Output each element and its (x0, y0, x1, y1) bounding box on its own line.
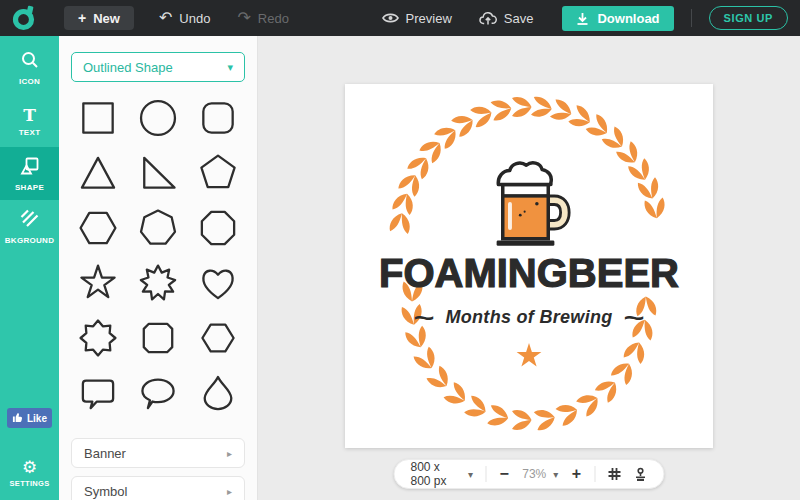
preview-label: Preview (406, 11, 452, 26)
section-banner[interactable]: Banner ▸ (71, 438, 245, 468)
shapes-panel: Outlined Shape ▾ Banner ▸ Symbol ▸ (59, 36, 258, 500)
designevo-logo-icon[interactable] (11, 5, 37, 31)
chevron-right-icon: ▸ (227, 448, 232, 459)
zoom-in-button[interactable]: + (570, 465, 582, 483)
chevron-down-icon: ▾ (553, 469, 558, 480)
settings-label: SETTINGS (10, 479, 50, 488)
toolbar-divider (485, 466, 486, 482)
grid-toggle-icon[interactable] (608, 467, 622, 481)
eye-icon (382, 12, 399, 24)
plus-icon: + (78, 10, 86, 26)
position-guide-icon[interactable] (634, 467, 648, 481)
signup-label: SIGN UP (724, 12, 773, 24)
chevron-down-icon: ▾ (227, 61, 233, 74)
shape-octagon[interactable] (192, 205, 244, 251)
section-symbol-label: Symbol (84, 484, 127, 499)
sidebar-item-icon[interactable]: ICON (0, 41, 59, 94)
gear-icon: ⚙ (22, 459, 37, 477)
beer-mug-graphic[interactable] (487, 160, 571, 255)
shapes-grid (59, 95, 257, 416)
sidebar-item-label: TEXT (19, 128, 41, 137)
sidebar-item-label: BKGROUND (5, 236, 55, 245)
chevron-right-icon: ▸ (227, 486, 232, 497)
redo-button[interactable]: ↷ Redo (237, 10, 288, 26)
settings-button[interactable]: ⚙ SETTINGS (0, 459, 59, 488)
canvas-zoom-toolbar: 800 x 800 px ▾ − 73% ▾ + (394, 459, 665, 489)
download-button[interactable]: Download (562, 6, 673, 31)
shape-teardrop[interactable] (192, 370, 244, 416)
shape-star[interactable] (72, 260, 124, 306)
shape-category-value: Outlined Shape (83, 60, 173, 75)
cloud-upload-icon (479, 11, 497, 25)
zoom-level-selector[interactable]: 73% ▾ (522, 467, 558, 481)
zoom-level-value: 73% (522, 467, 546, 481)
top-toolbar: + New ↶ Undo ↷ Redo Preview Save (0, 0, 800, 36)
section-symbol[interactable]: Symbol ▸ (71, 476, 245, 500)
shape-category-dropdown[interactable]: Outlined Shape ▾ (71, 52, 245, 82)
redo-label: Redo (258, 11, 289, 26)
shape-horizontal-hexagon[interactable] (192, 315, 244, 361)
shape-rounded-square[interactable] (192, 95, 244, 141)
shape-circle[interactable] (132, 95, 184, 141)
zoom-out-button[interactable]: − (498, 465, 510, 483)
shape-speech-bubble-square[interactable] (72, 370, 124, 416)
text-icon: T (23, 105, 36, 125)
chevron-down-icon: ▾ (468, 469, 473, 480)
star-decor (517, 343, 542, 367)
shapes-icon (20, 156, 40, 180)
logo-tagline-text: Months of Brewing (445, 307, 612, 328)
undo-button[interactable]: ↶ Undo (159, 10, 210, 26)
thumbs-up-icon (12, 412, 23, 425)
topbar-divider (691, 9, 692, 27)
undo-icon: ↶ (159, 10, 172, 26)
canvas-size-selector[interactable]: 800 x 800 px ▾ (411, 460, 474, 488)
shape-notched-square[interactable] (132, 315, 184, 361)
stripes-icon (20, 209, 40, 233)
shape-square[interactable] (72, 95, 124, 141)
sidebar-item-label: SHAPE (15, 183, 44, 192)
download-icon (576, 12, 589, 25)
signup-button[interactable]: SIGN UP (709, 6, 788, 30)
shape-eight-point-seal[interactable] (72, 315, 124, 361)
shape-right-triangle[interactable] (132, 150, 184, 196)
shape-hexagon[interactable] (72, 205, 124, 251)
new-button[interactable]: + New (64, 6, 134, 30)
search-icon (20, 50, 40, 74)
sidebar-item-text[interactable]: T TEXT (0, 94, 59, 147)
like-label: Like (27, 413, 47, 424)
save-button[interactable]: Save (479, 11, 534, 26)
left-sidebar: ICON T TEXT SHAPE BKGROUND Like ⚙ (0, 36, 59, 500)
shape-triangle[interactable] (72, 150, 124, 196)
preview-button[interactable]: Preview (382, 11, 452, 26)
new-button-label: New (93, 11, 120, 26)
sidebar-item-shape[interactable]: SHAPE (0, 147, 59, 200)
redo-icon: ↷ (237, 10, 250, 26)
sidebar-item-label: ICON (19, 77, 40, 86)
logo-title-text[interactable]: FOAMINGBEER (345, 251, 713, 295)
tilde-right-decor: ~ (623, 313, 644, 323)
toolbar-divider (595, 466, 596, 482)
facebook-like-button[interactable]: Like (7, 408, 52, 428)
section-banner-label: Banner (84, 446, 126, 461)
logo-tagline[interactable]: ~ Months of Brewing ~ (345, 307, 713, 328)
shape-nine-point-star[interactable] (132, 260, 184, 306)
shape-heart[interactable] (192, 260, 244, 306)
shape-heptagon[interactable] (132, 205, 184, 251)
save-label: Save (504, 11, 534, 26)
design-canvas[interactable]: FOAMINGBEER ~ Months of Brewing ~ (345, 84, 713, 448)
download-label: Download (597, 11, 659, 26)
canvas-size-value: 800 x 800 px (411, 460, 462, 488)
sidebar-item-bkground[interactable]: BKGROUND (0, 200, 59, 253)
shape-pentagon[interactable] (192, 150, 244, 196)
workspace: FOAMINGBEER ~ Months of Brewing ~ 800 x … (258, 36, 800, 500)
undo-label: Undo (179, 11, 210, 26)
tilde-left-decor: ~ (414, 313, 435, 323)
shape-speech-bubble-oval[interactable] (132, 370, 184, 416)
